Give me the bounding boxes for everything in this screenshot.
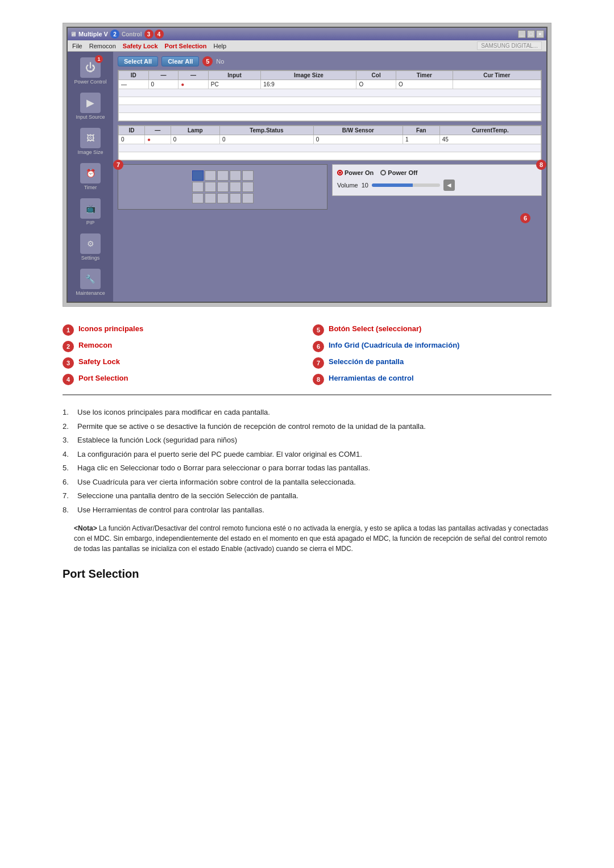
cell-0: 0 [148, 80, 179, 89]
body-item-6: Use Cuadrícula para ver cierta informaci… [63, 477, 551, 488]
table-row-empty2 [119, 97, 541, 105]
settings-icon: ⚙ [80, 233, 101, 254]
sidebar-item-input-source[interactable]: ▶ Input Source [73, 90, 107, 122]
menu-remocon[interactable]: Remocon [89, 43, 116, 49]
sidebar-item-pip[interactable]: 📺 PIP [78, 196, 103, 228]
body-item-7: Seleccione una pantalla dentro de la sec… [63, 490, 551, 502]
screen-cell[interactable] [217, 170, 229, 181]
sidebar-item-power-control[interactable]: ⏻ 1 Power Control [72, 55, 109, 87]
app-icon: 🖥 [70, 31, 76, 37]
annotation-8: 8 Herramientas de control [313, 373, 551, 385]
screen-cell[interactable] [205, 170, 216, 181]
table-row-empty4 [119, 113, 541, 121]
volume-slider[interactable] [372, 183, 440, 187]
title-bar-left: 🖥 Multiple V 2 Control 3 4 [70, 30, 164, 39]
ann-text-5: Botón Select (seleccionar) [329, 324, 421, 334]
badge6-container: 6 [118, 213, 542, 223]
screen-cell[interactable] [230, 193, 241, 203]
screen-cell[interactable] [217, 182, 229, 192]
cell-cur-temp: 45 [439, 135, 541, 144]
col-dash2: — [179, 71, 209, 80]
power-on-label: Power On [337, 169, 374, 176]
col-id2: ID [119, 126, 145, 135]
table-row-empty-b2 [119, 152, 541, 160]
clear-all-button[interactable]: Clear All [161, 56, 199, 66]
image-size-label: Image Size [77, 149, 103, 155]
screen-cell[interactable] [242, 182, 254, 192]
menu-port-selection[interactable]: Port Selection [165, 43, 207, 49]
control-panel: Power On Power Off Volume 10 [332, 164, 542, 196]
sidebar-item-image-size[interactable]: 🖼 Image Size [75, 126, 105, 157]
screen-cell[interactable] [242, 193, 254, 203]
menu-help[interactable]: Help [214, 43, 227, 49]
sidebar-item-maintenance[interactable]: 🔧 Maintenance [73, 266, 107, 298]
ann-text-1: Iconos principales [78, 324, 143, 334]
screen-cell[interactable] [192, 182, 204, 192]
col-col: Col [356, 71, 396, 80]
window-controls[interactable]: _ □ × [518, 30, 544, 38]
status-display: SAMSUNG DIGITAL... [477, 41, 542, 50]
badge-6: 6 [520, 213, 530, 223]
annotation-3: 3 Safety Lock [63, 357, 301, 369]
power-row: Power On Power Off [337, 169, 537, 176]
section-heading-port-selection: Port Selection [63, 567, 551, 581]
cell-169: 16:9 [261, 80, 356, 89]
screen-cell[interactable] [230, 182, 241, 192]
col-dash1: — [148, 71, 179, 80]
ann-text-7: Selección de pantalla [329, 357, 404, 367]
badge-5: 5 [202, 56, 213, 66]
screen-cell[interactable] [242, 170, 254, 181]
close-btn[interactable]: × [536, 30, 544, 38]
screen-cell[interactable] [192, 193, 204, 203]
screen-cell[interactable] [205, 193, 216, 203]
body-section: Use los iconos principales para modifica… [63, 407, 551, 581]
ann-badge-3: 3 [63, 357, 74, 369]
image-size-icon: 🖼 [80, 128, 101, 148]
ann-badge-1: 1 [63, 324, 74, 336]
badge-1: 1 [95, 55, 103, 63]
screen-cell[interactable] [205, 182, 216, 192]
menu-file[interactable]: File [72, 43, 82, 49]
sidebar-item-timer[interactable]: ⏰ Timer [78, 161, 103, 193]
body-item-4: La configuración para el puerto serie de… [63, 449, 551, 460]
input-source-icon: ▶ [80, 93, 101, 113]
volume-row: Volume 10 ◄ [337, 180, 537, 191]
ann-badge-4: 4 [63, 374, 74, 385]
power-on-radio[interactable] [337, 170, 343, 176]
ann-text-3: Safety Lock [78, 357, 120, 367]
sidebar: ⏻ 1 Power Control ▶ Input Source 🖼 Image… [68, 52, 113, 302]
maintenance-label: Maintenance [76, 290, 105, 296]
cell-temp-s: 0 [219, 135, 313, 144]
screen-cell[interactable] [192, 170, 204, 181]
power-off-radio[interactable] [380, 170, 386, 176]
screen-cells [192, 170, 254, 203]
screen-cell[interactable] [230, 170, 241, 181]
menu-bar: File Remocon Safety Lock Port Selection … [68, 40, 546, 52]
select-all-button[interactable]: Select All [118, 56, 158, 66]
cell-o2: O [396, 80, 453, 89]
col-lamp: Lamp [171, 126, 219, 135]
col-input: Input [208, 71, 261, 80]
cell-dot-b: ● [144, 135, 171, 144]
minimize-btn[interactable]: _ [518, 30, 526, 38]
power-control-label: Power Control [74, 79, 106, 85]
cell-bw: 0 [313, 135, 403, 144]
cell-dash: — [119, 80, 149, 89]
col-dash3: — [144, 126, 171, 135]
table-row-empty3 [119, 105, 541, 113]
maximize-btn[interactable]: □ [527, 30, 535, 38]
toolbar-extra: No [216, 58, 224, 65]
pip-icon: 📺 [80, 198, 101, 219]
sidebar-item-settings[interactable]: ⚙ Settings [78, 231, 103, 263]
badge-8: 8 [536, 160, 546, 170]
maintenance-icon: 🔧 [80, 269, 101, 289]
info-table-top: ID — — Input Image Size Col Timer Cur Ti… [118, 70, 541, 121]
pip-label: PIP [86, 220, 95, 226]
screen-cell[interactable] [217, 193, 229, 203]
mute-button[interactable]: ◄ [443, 180, 455, 191]
screen-selection-area: 7 [118, 164, 327, 210]
body-item-8: Use Herramientas de control para control… [63, 504, 551, 516]
annotation-7: 7 Selección de pantalla [313, 357, 551, 369]
title-bar: 🖥 Multiple V 2 Control 3 4 _ □ × [68, 28, 546, 40]
menu-safety-lock[interactable]: Safety Lock [123, 43, 158, 49]
